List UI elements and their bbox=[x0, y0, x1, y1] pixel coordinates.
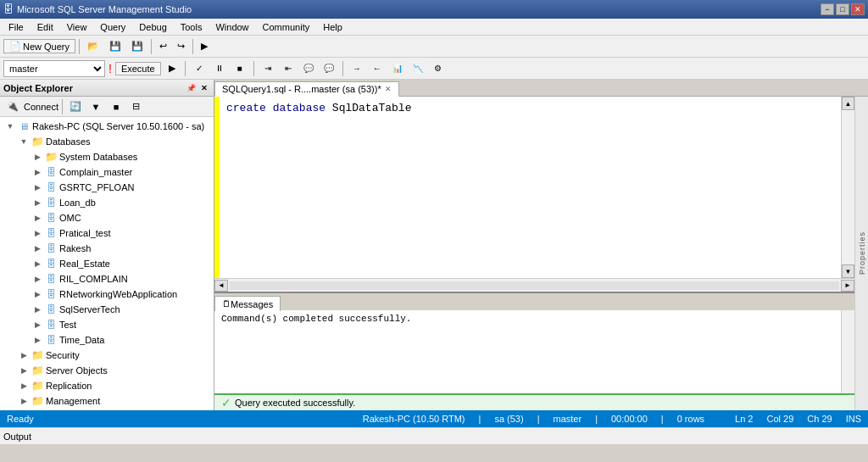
scroll-right-button[interactable]: ► bbox=[841, 280, 854, 292]
databases-node[interactable]: ▼ 📁 Databases bbox=[0, 134, 214, 149]
menu-help[interactable]: Help bbox=[316, 20, 349, 34]
debug-button[interactable]: ▶ bbox=[197, 37, 212, 56]
close-button[interactable]: ✕ bbox=[851, 3, 865, 15]
save-button[interactable]: 💾 bbox=[105, 37, 125, 56]
indent-icon[interactable]: ⇥ bbox=[259, 60, 276, 77]
connect-button[interactable]: 🔌 bbox=[3, 98, 22, 115]
sql-query-tab[interactable]: SQLQuery1.sql - R....master (sa (53))* ✕ bbox=[214, 81, 399, 97]
debug-play-button[interactable]: ▶ bbox=[164, 59, 180, 78]
tree-item-gsrtc[interactable]: ▶ 🗄 GSRTC_PFLOAN bbox=[0, 180, 214, 195]
results-icon[interactable]: 📊 bbox=[389, 60, 406, 77]
properties-sidebar[interactable]: Properties bbox=[854, 97, 868, 410]
editor-wrapper: create database SqlDataTable ▲ ▼ bbox=[214, 97, 868, 410]
tree-item-time-data[interactable]: ▶ 🗄 Time_Data bbox=[0, 332, 214, 348]
filter-button[interactable]: ▼ bbox=[86, 98, 105, 115]
tree-item-management[interactable]: ▶ 📁 Management bbox=[0, 393, 214, 409]
open-file-button[interactable]: 📂 bbox=[83, 37, 103, 56]
tree-item-rnetworking[interactable]: ▶ 🗄 RNetworkingWebApplication bbox=[0, 287, 214, 302]
redo-button[interactable]: ↪ bbox=[173, 37, 189, 56]
menu-query[interactable]: Query bbox=[93, 20, 132, 34]
menu-tools[interactable]: Tools bbox=[174, 20, 209, 34]
menu-view[interactable]: View bbox=[60, 20, 94, 34]
menu-community[interactable]: Community bbox=[256, 20, 317, 34]
cursor-mode: INS bbox=[846, 414, 861, 424]
server-objects-expand-icon[interactable]: ▶ bbox=[17, 364, 31, 377]
management-label: Management bbox=[46, 396, 100, 406]
scroll-left-button[interactable]: ◄ bbox=[214, 280, 228, 292]
tree-item-sqlservertech[interactable]: ▶ 🗄 SqlServerTech bbox=[0, 302, 214, 317]
uncomment-icon[interactable]: 💬 bbox=[320, 60, 337, 77]
minimize-button[interactable]: − bbox=[821, 3, 834, 15]
comment-icon[interactable]: 💬 bbox=[300, 60, 317, 77]
save-all-button[interactable]: 💾 bbox=[127, 37, 147, 56]
new-query-button[interactable]: 📄 New Query bbox=[3, 39, 75, 53]
toolbar-separator-1 bbox=[79, 39, 80, 54]
menu-debug[interactable]: Debug bbox=[132, 20, 173, 34]
rakesh-expand-icon[interactable]: ▶ bbox=[31, 242, 44, 255]
messages-v-scrollbar[interactable] bbox=[841, 310, 854, 393]
menu-window[interactable]: Window bbox=[209, 20, 255, 34]
tree-item-server-objects[interactable]: ▶ 📁 Server Objects bbox=[0, 363, 214, 378]
pratical-expand-icon[interactable]: ▶ bbox=[31, 226, 44, 240]
collapse-button[interactable]: ⊟ bbox=[127, 98, 146, 115]
test-expand-icon[interactable]: ▶ bbox=[31, 318, 44, 331]
stop-icon[interactable]: ■ bbox=[231, 60, 248, 77]
tree-item-system-databases[interactable]: ▶ 📁 System Databases bbox=[0, 149, 214, 164]
tree-item-complain-master[interactable]: ▶ 🗄 Complain_master bbox=[0, 164, 214, 180]
tree-item-loan-db[interactable]: ▶ 🗄 Loan_db bbox=[0, 195, 214, 210]
rnetworking-expand-icon[interactable]: ▶ bbox=[31, 287, 44, 301]
checkmark-icon[interactable]: ✓ bbox=[191, 60, 208, 77]
tree-item-security[interactable]: ▶ 📁 Security bbox=[0, 348, 214, 363]
editor-h-scrollbar[interactable]: ◄ ► bbox=[214, 278, 854, 292]
messages-tab[interactable]: 🗒 Messages bbox=[214, 296, 281, 311]
security-expand-icon[interactable]: ▶ bbox=[17, 348, 31, 362]
tree-item-ril-complain[interactable]: ▶ 🗄 RIL_COMPLAIN bbox=[0, 271, 214, 287]
system-db-expand-icon[interactable]: ▶ bbox=[31, 150, 44, 164]
success-icon: ✓ bbox=[221, 396, 231, 409]
tree-item-real-estate[interactable]: ▶ 🗄 Real_Estate bbox=[0, 256, 214, 271]
loan-expand-icon[interactable]: ▶ bbox=[31, 196, 44, 209]
time-data-expand-icon[interactable]: ▶ bbox=[31, 333, 44, 347]
tree-item-pratical[interactable]: ▶ 🗄 Pratical_test bbox=[0, 225, 214, 241]
databases-expand-icon[interactable]: ▼ bbox=[17, 135, 31, 148]
server-node[interactable]: ▼ 🖥 Rakesh-PC (SQL Server 10.50.1600 - s… bbox=[0, 119, 214, 134]
ril-expand-icon[interactable]: ▶ bbox=[31, 272, 44, 286]
rakesh-label: Rakesh bbox=[59, 243, 91, 253]
settings-icon[interactable]: ⚙ bbox=[430, 60, 447, 77]
replication-expand-icon[interactable]: ▶ bbox=[17, 379, 31, 392]
real-estate-expand-icon[interactable]: ▶ bbox=[31, 257, 44, 270]
complain-expand-icon[interactable]: ▶ bbox=[31, 165, 44, 179]
app-title: Microsoft SQL Server Management Studio bbox=[17, 4, 192, 14]
tree-item-rakesh[interactable]: ▶ 🗄 Rakesh bbox=[0, 241, 214, 256]
scroll-up-button[interactable]: ▲ bbox=[842, 97, 854, 110]
tree-item-omc[interactable]: ▶ 🗄 OMC bbox=[0, 210, 214, 225]
panel-close-button[interactable]: ✕ bbox=[198, 82, 210, 94]
database-dropdown[interactable]: master bbox=[3, 60, 105, 77]
refresh-button[interactable]: 🔄 bbox=[66, 98, 85, 115]
omc-expand-icon[interactable]: ▶ bbox=[31, 211, 44, 225]
execute-button[interactable]: Execute bbox=[115, 62, 161, 75]
tree-item-replication[interactable]: ▶ 📁 Replication bbox=[0, 378, 214, 393]
undo-button[interactable]: ↩ bbox=[155, 37, 171, 56]
code-editor[interactable]: create database SqlDataTable bbox=[220, 97, 841, 278]
panel-pin-button[interactable]: 📌 bbox=[185, 82, 197, 94]
server-expand-icon[interactable]: ▼ bbox=[3, 120, 17, 133]
menu-file[interactable]: File bbox=[2, 20, 31, 34]
maximize-button[interactable]: □ bbox=[836, 3, 849, 15]
parse-icon[interactable]: ⏸ bbox=[211, 60, 228, 77]
gsrtc-expand-icon[interactable]: ▶ bbox=[31, 181, 44, 194]
tab-close-icon[interactable]: ✕ bbox=[385, 85, 392, 93]
management-expand-icon[interactable]: ▶ bbox=[17, 394, 31, 408]
connect-label[interactable]: Connect bbox=[24, 102, 58, 112]
menu-edit[interactable]: Edit bbox=[31, 20, 60, 34]
increase-indent-icon[interactable]: → bbox=[348, 60, 365, 77]
tree-item-test[interactable]: ▶ 🗄 Test bbox=[0, 317, 214, 332]
scroll-down-button[interactable]: ▼ bbox=[842, 264, 854, 278]
outdent-icon[interactable]: ⇤ bbox=[280, 60, 297, 77]
stop-refresh-button[interactable]: ■ bbox=[107, 98, 125, 115]
complain-db-icon: 🗄 bbox=[44, 165, 58, 179]
vertical-scrollbar[interactable]: ▲ ▼ bbox=[841, 97, 854, 278]
results2-icon[interactable]: 📉 bbox=[409, 60, 426, 77]
sqlservertech-expand-icon[interactable]: ▶ bbox=[31, 303, 44, 316]
decrease-indent-icon[interactable]: ← bbox=[369, 60, 386, 77]
